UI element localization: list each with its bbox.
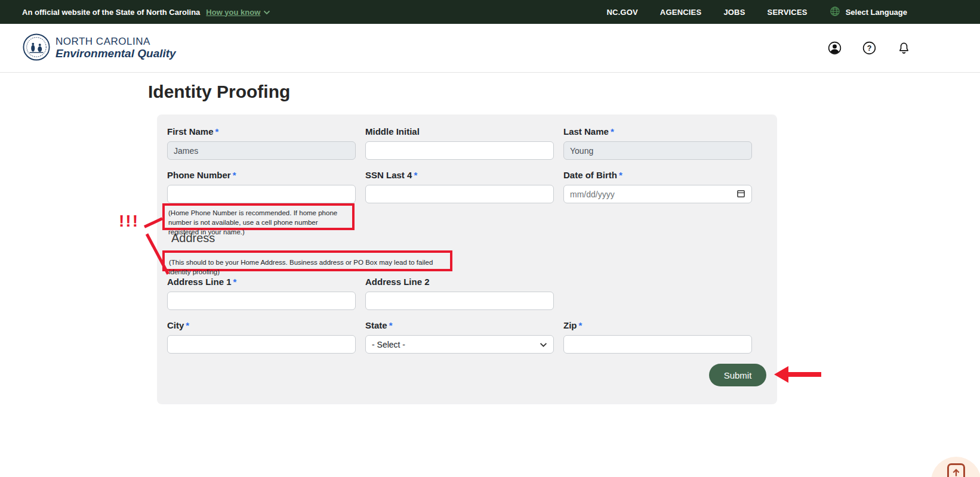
- city-input[interactable]: [167, 335, 356, 354]
- required-asterisk: *: [215, 126, 219, 137]
- submit-button[interactable]: Submit: [709, 364, 766, 386]
- address-note-highlight-box: (This should to be your Home Address. Bu…: [162, 250, 452, 271]
- account-icon[interactable]: [828, 41, 842, 55]
- address-line2-label: Address Line 2: [365, 277, 554, 287]
- required-asterisk: *: [233, 277, 237, 287]
- globe-icon: [830, 6, 840, 18]
- state-selected-value: - Select -: [372, 340, 405, 349]
- zip-field-group: Zip*: [563, 320, 752, 354]
- state-select[interactable]: - Select -: [365, 335, 554, 354]
- scroll-to-top-button[interactable]: [931, 457, 980, 477]
- phone-number-field-group: Phone Number*: [167, 170, 356, 203]
- nav-link-agencies[interactable]: AGENCIES: [660, 8, 702, 17]
- notifications-bell-icon[interactable]: [897, 41, 911, 55]
- first-name-field-group: First Name*: [167, 126, 356, 160]
- site-header: NORTH CAROLINA Environmental Quality ?: [0, 24, 980, 73]
- date-of-birth-field-group: Date of Birth* mm/dd/yyyy: [563, 170, 752, 203]
- select-language-label: Select Language: [846, 8, 907, 17]
- required-asterisk: *: [233, 170, 236, 180]
- screen: An official website of the State of Nort…: [0, 0, 980, 477]
- required-asterisk: *: [186, 320, 189, 330]
- date-placeholder: mm/dd/yyyy: [570, 190, 615, 199]
- ssn-last4-label: SSN Last 4*: [365, 170, 554, 180]
- topbar-nav: NC.GOV AGENCIES JOBS SERVICES Select Lan…: [606, 6, 980, 18]
- date-of-birth-label: Date of Birth*: [563, 170, 752, 180]
- how-you-know-link[interactable]: How you know: [206, 8, 270, 17]
- last-name-label: Last Name*: [563, 126, 752, 137]
- middle-initial-field-group: Middle Initial: [365, 126, 554, 160]
- help-icon[interactable]: ?: [862, 41, 876, 55]
- header-icons: ?: [828, 41, 980, 55]
- address-line2-field-group: Address Line 2: [365, 277, 554, 310]
- agency-logo[interactable]: NORTH CAROLINA Environmental Quality: [23, 33, 176, 63]
- topbar-left: An official website of the State of Nort…: [0, 8, 270, 17]
- select-language-button[interactable]: Select Language: [830, 6, 907, 18]
- how-you-know-label: How you know: [206, 8, 260, 17]
- date-of-birth-input[interactable]: mm/dd/yyyy: [563, 185, 752, 203]
- required-asterisk: *: [389, 320, 393, 330]
- ssn-last4-field-group: SSN Last 4*: [365, 170, 554, 203]
- first-name-input: [167, 141, 356, 160]
- brand-state-name: NORTH CAROLINA: [56, 36, 176, 48]
- address-line1-field-group: Address Line 1*: [167, 277, 356, 310]
- chevron-down-icon: [263, 8, 270, 17]
- required-asterisk: *: [414, 170, 417, 180]
- brand-text: NORTH CAROLINA Environmental Quality: [56, 36, 176, 60]
- address-line1-input[interactable]: [167, 292, 356, 310]
- nav-link-jobs[interactable]: JOBS: [723, 8, 745, 17]
- nav-link-ncgov[interactable]: NC.GOV: [606, 8, 637, 17]
- svg-text:?: ?: [867, 44, 872, 52]
- middle-initial-input[interactable]: [365, 141, 554, 160]
- middle-initial-label: Middle Initial: [365, 126, 554, 137]
- nav-link-services[interactable]: SERVICES: [768, 8, 808, 17]
- exclamation-annotation: !!!: [119, 212, 139, 231]
- official-website-text: An official website of the State of Nort…: [22, 8, 200, 17]
- page-title: Identity Proofing: [148, 82, 290, 102]
- chevron-down-icon: [540, 340, 547, 349]
- city-label: City*: [167, 320, 356, 330]
- required-asterisk: *: [611, 126, 614, 137]
- submit-arrow-annotation: [787, 372, 821, 377]
- first-name-label: First Name*: [167, 126, 356, 137]
- required-asterisk: *: [579, 320, 583, 330]
- last-name-field-group: Last Name*: [563, 126, 752, 160]
- address-line2-input[interactable]: [365, 292, 554, 310]
- zip-input[interactable]: [563, 335, 752, 354]
- phone-note-highlight-box: (Home Phone Number is recommended. If ho…: [162, 203, 355, 230]
- phone-number-label: Phone Number*: [167, 170, 356, 180]
- government-topbar: An official website of the State of Nort…: [0, 0, 980, 24]
- nc-state-seal-icon: [23, 33, 50, 63]
- address-line1-label: Address Line 1*: [167, 277, 356, 287]
- brand-agency-name: Environmental Quality: [56, 47, 176, 60]
- zip-label: Zip*: [563, 320, 752, 330]
- ssn-last4-input[interactable]: [365, 185, 554, 203]
- city-field-group: City*: [167, 320, 356, 354]
- calendar-icon[interactable]: [736, 189, 745, 200]
- required-asterisk: *: [619, 170, 622, 180]
- phone-number-input[interactable]: [167, 185, 356, 203]
- state-field-group: State* - Select -: [365, 320, 554, 354]
- submit-arrow-annotation: [774, 366, 788, 383]
- state-label: State*: [365, 320, 554, 330]
- arrow-up-icon: [947, 463, 965, 477]
- last-name-input: [563, 141, 752, 160]
